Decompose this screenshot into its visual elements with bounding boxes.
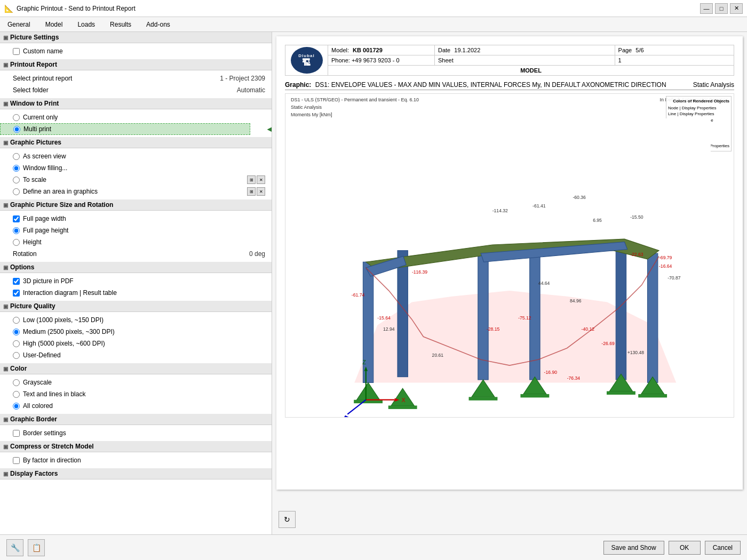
minimize-button[interactable]: — <box>700 3 713 14</box>
section-picture-settings[interactable]: ▣ Picture Settings <box>0 32 272 43</box>
all-colored-label[interactable]: All colored <box>13 402 53 410</box>
all-colored-row: All colored <box>0 400 272 412</box>
grayscale-radio[interactable] <box>13 379 20 386</box>
value-15-64: -15.64 <box>377 315 391 321</box>
custom-name-checkbox[interactable] <box>13 48 20 55</box>
quality-userdefined-radio[interactable] <box>13 352 20 359</box>
all-colored-radio[interactable] <box>13 403 20 410</box>
to-scale-icon2[interactable]: ✕ <box>257 175 265 184</box>
logo-icon: 🏗 <box>298 58 314 68</box>
section-color[interactable]: ▣ Color <box>0 363 272 374</box>
quality-high-row: High (5000 pixels, ~600 DPI) <box>0 338 272 349</box>
bottom-icon-2[interactable]: 📋 <box>28 539 45 556</box>
grayscale-label[interactable]: Grayscale <box>13 379 52 386</box>
full-page-height-label[interactable]: Full page height <box>13 227 68 234</box>
interaction-diagram-label[interactable]: Interaction diagram | Result table <box>13 289 117 297</box>
refresh-button[interactable]: ↻ <box>279 511 296 528</box>
analysis-type-label: Static Analysis <box>693 81 734 89</box>
save-and-show-button[interactable]: Save and Show <box>603 541 664 555</box>
define-area-label[interactable]: Define an area in graphics <box>13 188 98 195</box>
height-radio[interactable] <box>13 239 20 246</box>
section-options[interactable]: ▣ Options <box>0 262 272 273</box>
as-screen-label[interactable]: As screen view <box>13 153 66 160</box>
height-label[interactable]: Height <box>13 238 42 246</box>
section-options-label: Options <box>10 263 34 271</box>
to-scale-label[interactable]: To scale <box>13 176 46 183</box>
graphic-content-area: DS1 - ULS (STR/GEO) - Permanent and tran… <box>285 93 734 418</box>
quality-userdefined-row: User-Defined <box>0 349 272 361</box>
title-bar: 📐 Graphic Printout - Send to Printout Re… <box>0 0 747 17</box>
window-filling-label[interactable]: Window filling... <box>13 164 67 172</box>
section-compress-stretch[interactable]: ▣ Compress or Stretch Model <box>0 441 272 452</box>
quality-userdefined-label[interactable]: User-Defined <box>13 351 61 359</box>
menu-model[interactable]: Model <box>42 20 66 29</box>
quality-high-radio[interactable] <box>13 340 20 347</box>
border-settings-label[interactable]: Border settings <box>13 429 66 437</box>
section-size-rotation[interactable]: ▣ Graphic Picture Size and Rotation <box>0 199 272 211</box>
section-graphic-pictures[interactable]: ▣ Graphic Pictures <box>0 137 272 148</box>
section-window-to-print[interactable]: ▣ Window to Print <box>0 98 272 109</box>
cancel-button[interactable]: Cancel <box>705 541 741 555</box>
ok-button[interactable]: OK <box>669 541 701 555</box>
collapse-icon-printout: ▣ <box>3 62 8 68</box>
menu-addons[interactable]: Add-ons <box>143 20 173 29</box>
section-display-factors[interactable]: ▣ Display Factors <box>0 468 272 479</box>
full-page-width-label[interactable]: Full page width <box>13 215 66 222</box>
window-to-print-content: Current only Multi print ◀ <box>0 109 272 137</box>
3d-pdf-label[interactable]: 3D picture in PDF <box>13 277 74 285</box>
collapse-icon-graphic: ▣ <box>3 140 8 146</box>
preview-scroll[interactable]: Dlubal 🏗 Model: KB 001729 Date 19.1.2022 <box>272 32 747 534</box>
menu-loads[interactable]: Loads <box>74 20 98 29</box>
as-screen-view-row: As screen view <box>0 150 272 162</box>
section-graphic-border[interactable]: ▣ Graphic Border <box>0 414 272 425</box>
collapse-icon-quality: ▣ <box>3 303 8 309</box>
section-printout-report[interactable]: ▣ Printout Report <box>0 59 272 70</box>
full-page-height-radio[interactable] <box>13 227 20 234</box>
quality-medium-row: Medium (2500 pixels, ~300 DPI) <box>0 326 272 338</box>
quality-medium-label[interactable]: Medium (2500 pixels, ~300 DPI) <box>13 328 115 335</box>
current-only-radio[interactable] <box>13 114 20 121</box>
menu-results[interactable]: Results <box>107 20 134 29</box>
text-lines-black-radio[interactable] <box>13 391 20 398</box>
select-folder-value[interactable]: Automatic <box>237 86 265 94</box>
section-border-label: Graphic Border <box>10 415 57 423</box>
define-area-radio[interactable] <box>13 188 20 195</box>
page-value: 5/6 <box>635 47 643 53</box>
to-scale-row: To scale ⊞ ✕ <box>0 174 272 186</box>
interaction-diagram-checkbox[interactable] <box>13 290 20 297</box>
3d-pdf-checkbox[interactable] <box>13 278 20 285</box>
multi-print-radio[interactable] <box>13 126 20 133</box>
border-settings-checkbox[interactable] <box>13 430 20 437</box>
section-picture-quality[interactable]: ▣ Picture Quality <box>0 301 272 312</box>
menu-general[interactable]: General <box>4 20 34 29</box>
by-factor-checkbox[interactable] <box>13 457 20 464</box>
full-page-width-checkbox[interactable] <box>13 215 20 222</box>
bottom-icon-1[interactable]: 🔧 <box>6 539 23 556</box>
sheet-label: Sheet <box>438 57 454 63</box>
quality-high-label[interactable]: High (5000 pixels, ~600 DPI) <box>13 340 105 347</box>
multi-print-label[interactable]: Multi print <box>13 125 51 133</box>
picture-settings-content: Custom name <box>0 43 272 59</box>
value-75-12: -75.12 <box>518 315 531 321</box>
current-only-label[interactable]: Current only <box>13 114 58 121</box>
as-screen-radio[interactable] <box>13 153 20 160</box>
define-area-icon1[interactable]: ⊞ <box>247 187 256 196</box>
maximize-button[interactable]: □ <box>715 3 728 14</box>
to-scale-icon1[interactable]: ⊞ <box>247 175 256 184</box>
value-28-15: -28.15 <box>487 326 500 332</box>
custom-name-label[interactable]: Custom name <box>13 47 63 55</box>
select-printout-value[interactable]: 1 - Project 2309 <box>220 75 265 82</box>
column-right-back <box>616 242 626 380</box>
by-factor-label[interactable]: By factor in direction <box>13 457 81 464</box>
quality-low-radio[interactable] <box>13 317 20 324</box>
define-area-icon2[interactable]: ✕ <box>257 187 265 196</box>
to-scale-radio[interactable] <box>13 177 20 183</box>
value-22-63: -22.63 <box>630 252 643 257</box>
quality-medium-radio[interactable] <box>13 329 20 335</box>
quality-low-label[interactable]: Low (1000 pixels, ~150 DPI) <box>13 316 104 324</box>
close-button[interactable]: ✕ <box>730 3 743 14</box>
text-lines-black-label[interactable]: Text and lines in black <box>13 390 85 398</box>
window-filling-radio[interactable] <box>13 165 20 172</box>
bottom-bar: 🔧 📋 Save and Show OK Cancel <box>0 534 747 560</box>
arrow-indicator: ◀ <box>267 122 272 136</box>
